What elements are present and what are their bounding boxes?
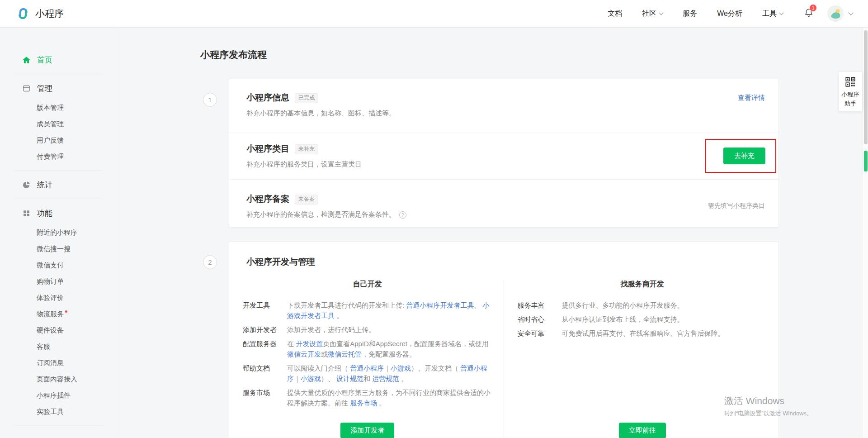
sidebar-item-成员管理[interactable]: 成员管理: [0, 116, 116, 132]
sidebar-item-微信支付[interactable]: 微信支付: [0, 257, 116, 273]
flow-row-mini-program-filing: 小程序备案 未备案 补充小程序的备案信息，检测是否满足备案条件。 需先填写小程序…: [229, 179, 778, 227]
sidebar-item-购物订单[interactable]: 购物订单: [0, 273, 116, 290]
nav-item-label: 文档: [608, 9, 622, 19]
provider-row-time-saving: 省时省心 从小程序认证到发布上线，全流程支持。: [518, 314, 768, 324]
sidebar-item-label: 客服: [37, 343, 50, 351]
notifications-button[interactable]: 1: [804, 8, 814, 19]
row-title: 小程序备案: [246, 193, 289, 205]
status-badge: 已完成: [295, 93, 318, 103]
sidebar-item-订阅消息[interactable]: 订阅消息: [0, 355, 116, 371]
row-title: 小程序类目: [246, 143, 289, 155]
card-title: 小程序开发与管理: [229, 242, 778, 268]
sidebar-item-微信搜一搜[interactable]: 微信搜一搜: [0, 241, 116, 257]
sidebar-group-manage[interactable]: 管理: [0, 80, 116, 97]
status-badge: 未备案: [295, 195, 318, 205]
notification-dot: [65, 310, 67, 313]
sidebar-item-付费管理[interactable]: 付费管理: [0, 148, 116, 165]
inline-link[interactable]: 小游戏: [301, 375, 321, 382]
inline-link[interactable]: 开发设置: [296, 340, 323, 348]
account-chevron-down-icon[interactable]: [848, 10, 853, 15]
sidebar-item-label: 微信搜一搜: [37, 245, 71, 253]
home-icon: [22, 55, 31, 64]
dev-row-tools: 开发工具 下载开发者工具进行代码的开发和上传: 普通小程序开发者工具、 小游戏开…: [243, 300, 492, 321]
stats-pie-icon: [22, 180, 31, 189]
row-title: 小程序信息: [246, 92, 289, 104]
dev-row-label: 安全可靠: [518, 328, 562, 338]
sidebar-item-页面内容接入[interactable]: 页面内容接入: [0, 371, 116, 387]
main-content: 小程序发布流程 1 小程序信息 已完成 补充小程序的基本信息，如名称、图标、描述…: [116, 28, 863, 438]
dev-row-configure-server: 配置服务器 在 开发设置页面查看AppID和AppSecret，配置服务器域名，…: [243, 338, 492, 359]
dev-row-text: 可免费试用后再支付、在线客服响应、官方售后保障。: [562, 328, 768, 338]
dev-columns: 自己开发 开发工具 下载开发者工具进行代码的开发和上传: 普通小程序开发者工具、…: [229, 280, 778, 438]
sidebar-item-label: 附近的小程序: [37, 229, 77, 237]
provider-row-safe-reliable: 安全可靠 可免费试用后再支付、在线客服响应、官方售后保障。: [518, 328, 768, 338]
manage-icon: [22, 84, 31, 93]
dev-row-label: 服务市场: [243, 387, 287, 408]
sidebar-item-版本管理[interactable]: 版本管理: [0, 100, 116, 116]
nav-item-label: 社区: [642, 9, 656, 19]
column-heading: 找服务商开发: [518, 280, 768, 289]
sidebar-item-物流服务[interactable]: 物流服务: [0, 306, 116, 322]
inline-link[interactable]: 微信云托管: [328, 350, 362, 358]
sidebar-item-label: 订阅消息: [37, 359, 64, 367]
step-1-number: 1: [203, 93, 217, 107]
status-badge: 未补充: [295, 144, 318, 154]
sidebar-item-体验评价[interactable]: 体验评价: [0, 290, 116, 306]
service-provider-column: 找服务商开发 服务丰富 提供多行业、多功能的小程序开发服务。 省时省心 从小程序…: [504, 280, 779, 438]
sidebar-item-用户反馈[interactable]: 用户反馈: [0, 132, 116, 148]
add-developer-button[interactable]: 添加开发者: [340, 423, 394, 438]
inline-link[interactable]: 小游戏: [391, 364, 411, 372]
row-description: 补充小程序的服务类目，设置主营类目: [246, 160, 362, 169]
mini-program-assistant-panel[interactable]: 小程序 助手: [839, 72, 862, 111]
scrollbar-highlight-marker: [864, 151, 868, 171]
dev-row-text: 提供大量优质的小程序第三方服务，为不同行业的商家提供合适的小程序解决方案。前往 …: [287, 387, 492, 408]
dev-row-text: 可以阅读入门介绍（ 普通小程序｜小游戏）、开发文档（ 普通小程序｜小游戏）、 设…: [287, 363, 492, 384]
divider: [14, 199, 102, 199]
self-develop-column: 自己开发 开发工具 下载开发者工具进行代码的开发和上传: 普通小程序开发者工具、…: [229, 280, 504, 438]
dev-row-add-developer: 添加开发者 添加开发者，进行代码上传。: [243, 324, 492, 335]
brand[interactable]: 小程序: [15, 6, 64, 21]
sidebar-item-客服[interactable]: 客服: [0, 338, 116, 355]
nav-item-label: We分析: [717, 9, 742, 19]
column-heading: 自己开发: [243, 280, 492, 289]
sidebar-item-label: 小程序插件: [37, 391, 71, 400]
inline-link[interactable]: 设计规范: [336, 375, 363, 382]
nav-item-community[interactable]: 社区: [642, 9, 663, 19]
prerequisite-hint: 需先填写小程序类目: [708, 202, 765, 210]
scrollbar-thumb[interactable]: [864, 30, 868, 144]
page-title: 小程序发布流程: [200, 48, 267, 61]
top-header: 小程序 文档社区服务We分析工具 1: [0, 0, 868, 28]
help-question-icon[interactable]: [399, 211, 406, 219]
chevron-down-icon: [659, 10, 664, 15]
nav-item-service[interactable]: 服务: [683, 9, 697, 19]
user-avatar[interactable]: [827, 5, 844, 22]
dev-row-label: 帮助文档: [243, 363, 287, 384]
nav-item-we-analytics[interactable]: We分析: [717, 9, 742, 19]
inline-link[interactable]: 普通小程序开发者工具: [406, 301, 474, 309]
inline-link[interactable]: 普通小程序: [350, 364, 384, 372]
sidebar-group-stats[interactable]: 统计: [0, 176, 116, 193]
sidebar-item-实验工具[interactable]: 实验工具: [0, 404, 116, 420]
sidebar-item-附近的小程序[interactable]: 附近的小程序: [0, 224, 116, 241]
sidebar-group-features[interactable]: 功能: [0, 205, 116, 222]
inline-link[interactable]: 微信云开发: [287, 350, 321, 358]
top-nav: 文档社区服务We分析工具: [608, 9, 783, 19]
sidebar-group-label: 统计: [37, 180, 52, 190]
fill-category-button[interactable]: 去补充: [723, 148, 765, 164]
sidebar: 首页 管理 版本管理成员管理用户反馈付费管理 统计 功能 附近的小程: [0, 28, 116, 438]
sidebar-item-home[interactable]: 首页: [0, 51, 116, 68]
view-details-link[interactable]: 查看详情: [738, 94, 765, 102]
go-now-button[interactable]: 立即前往: [619, 423, 666, 438]
sidebar-item-小程序插件[interactable]: 小程序插件: [0, 387, 116, 404]
inline-link[interactable]: 服务市场: [350, 399, 377, 407]
nav-item-tools[interactable]: 工具: [762, 9, 783, 19]
annotation-highlight-box: 去补充: [705, 139, 776, 173]
sidebar-item-label: 版本管理: [37, 104, 64, 112]
scrollbar[interactable]: [863, 28, 868, 438]
sidebar-item-硬件设备[interactable]: 硬件设备: [0, 322, 116, 338]
flow-row-mini-program-info: 小程序信息 已完成 补充小程序的基本信息，如名称、图标、描述等。 查看详情: [229, 79, 778, 132]
row-description: 补充小程序的基本信息，如名称、图标、描述等。: [246, 109, 396, 118]
nav-item-docs[interactable]: 文档: [608, 9, 622, 19]
sidebar-item-label: 用户反馈: [37, 136, 64, 145]
inline-link[interactable]: 运营规范: [372, 375, 399, 382]
